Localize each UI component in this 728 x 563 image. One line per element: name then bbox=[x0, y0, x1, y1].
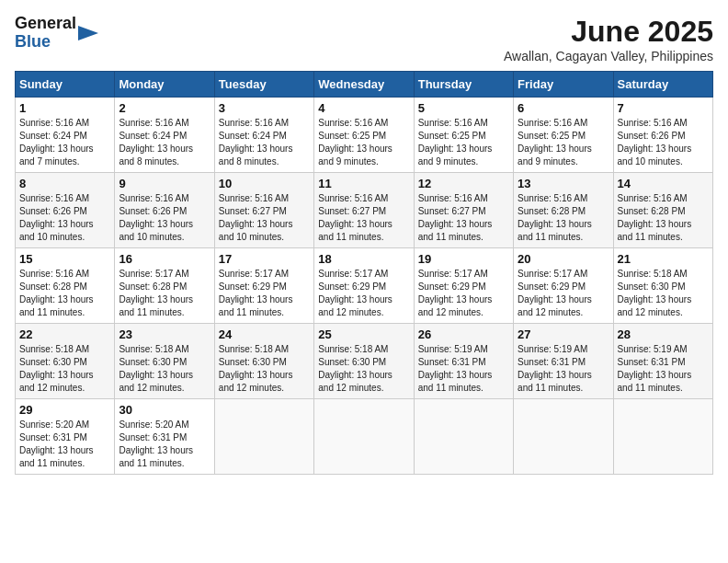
calendar-table: SundayMondayTuesdayWednesdayThursdayFrid… bbox=[15, 71, 713, 475]
calendar-cell: 17Sunrise: 5:17 AMSunset: 6:29 PMDayligh… bbox=[214, 248, 313, 324]
day-number: 16 bbox=[119, 252, 210, 266]
day-number: 21 bbox=[618, 252, 709, 266]
calendar-cell: 23Sunrise: 5:18 AMSunset: 6:30 PMDayligh… bbox=[115, 324, 214, 399]
day-info: Sunrise: 5:20 AMSunset: 6:31 PMDaylight:… bbox=[19, 419, 110, 470]
day-number: 9 bbox=[119, 177, 210, 190]
calendar-cell: 6Sunrise: 5:16 AMSunset: 6:25 PMDaylight… bbox=[514, 98, 613, 173]
day-info: Sunrise: 5:16 AMSunset: 6:28 PMDaylight:… bbox=[518, 192, 609, 244]
calendar-cell: 11Sunrise: 5:16 AMSunset: 6:27 PMDayligh… bbox=[314, 173, 414, 248]
day-number: 30 bbox=[119, 403, 210, 417]
day-number: 5 bbox=[418, 101, 509, 115]
weekday-header-wednesday: Wednesday bbox=[314, 72, 414, 98]
calendar-cell bbox=[514, 399, 613, 475]
calendar-cell: 21Sunrise: 5:18 AMSunset: 6:30 PMDayligh… bbox=[613, 248, 712, 324]
calendar-cell: 1Sunrise: 5:16 AMSunset: 6:24 PMDaylight… bbox=[16, 98, 115, 173]
calendar-cell: 4Sunrise: 5:16 AMSunset: 6:25 PMDaylight… bbox=[314, 98, 414, 173]
day-number: 1 bbox=[19, 101, 110, 115]
calendar-cell: 30Sunrise: 5:20 AMSunset: 6:31 PMDayligh… bbox=[115, 399, 214, 475]
month-title: June 2025 bbox=[504, 15, 713, 49]
day-info: Sunrise: 5:16 AMSunset: 6:26 PMDaylight:… bbox=[119, 192, 210, 244]
day-info: Sunrise: 5:17 AMSunset: 6:29 PMDaylight:… bbox=[318, 268, 409, 319]
day-info: Sunrise: 5:17 AMSunset: 6:29 PMDaylight:… bbox=[219, 268, 310, 319]
weekday-header-tuesday: Tuesday bbox=[214, 72, 313, 98]
day-info: Sunrise: 5:17 AMSunset: 6:29 PMDaylight:… bbox=[518, 268, 609, 319]
day-info: Sunrise: 5:16 AMSunset: 6:27 PMDaylight:… bbox=[219, 192, 310, 244]
day-number: 22 bbox=[19, 327, 110, 341]
location-title: Awallan, Cagayan Valley, Philippines bbox=[504, 49, 713, 63]
day-number: 10 bbox=[219, 177, 310, 190]
day-number: 29 bbox=[19, 403, 110, 417]
day-number: 4 bbox=[318, 101, 409, 115]
day-info: Sunrise: 5:16 AMSunset: 6:27 PMDaylight:… bbox=[418, 192, 509, 244]
calendar-cell: 7Sunrise: 5:16 AMSunset: 6:26 PMDaylight… bbox=[613, 98, 712, 173]
day-number: 28 bbox=[618, 327, 709, 341]
day-number: 23 bbox=[119, 327, 210, 341]
day-number: 15 bbox=[19, 252, 110, 266]
calendar-cell: 15Sunrise: 5:16 AMSunset: 6:28 PMDayligh… bbox=[16, 248, 115, 324]
calendar-cell: 8Sunrise: 5:16 AMSunset: 6:26 PMDaylight… bbox=[16, 173, 115, 248]
logo-blue: Blue bbox=[15, 33, 76, 52]
day-number: 25 bbox=[318, 327, 409, 341]
day-info: Sunrise: 5:16 AMSunset: 6:26 PMDaylight:… bbox=[618, 117, 709, 168]
logo-text: General Blue bbox=[15, 15, 98, 52]
calendar-cell: 22Sunrise: 5:18 AMSunset: 6:30 PMDayligh… bbox=[16, 324, 115, 399]
calendar-cell: 9Sunrise: 5:16 AMSunset: 6:26 PMDaylight… bbox=[115, 173, 214, 248]
calendar-cell: 27Sunrise: 5:19 AMSunset: 6:31 PMDayligh… bbox=[514, 324, 613, 399]
weekday-header-monday: Monday bbox=[115, 72, 214, 98]
weekday-header-friday: Friday bbox=[514, 72, 613, 98]
day-info: Sunrise: 5:18 AMSunset: 6:30 PMDaylight:… bbox=[618, 268, 709, 319]
calendar-cell: 20Sunrise: 5:17 AMSunset: 6:29 PMDayligh… bbox=[514, 248, 613, 324]
day-info: Sunrise: 5:16 AMSunset: 6:24 PMDaylight:… bbox=[19, 117, 110, 168]
calendar-cell: 16Sunrise: 5:17 AMSunset: 6:28 PMDayligh… bbox=[115, 248, 214, 324]
day-info: Sunrise: 5:17 AMSunset: 6:29 PMDaylight:… bbox=[418, 268, 509, 319]
logo-general: General bbox=[15, 15, 76, 33]
day-info: Sunrise: 5:19 AMSunset: 6:31 PMDaylight:… bbox=[618, 343, 709, 395]
calendar-cell: 25Sunrise: 5:18 AMSunset: 6:30 PMDayligh… bbox=[314, 324, 414, 399]
day-number: 18 bbox=[318, 252, 409, 266]
day-info: Sunrise: 5:20 AMSunset: 6:31 PMDaylight:… bbox=[119, 419, 210, 470]
weekday-header-thursday: Thursday bbox=[414, 72, 513, 98]
day-number: 27 bbox=[518, 327, 609, 341]
day-number: 8 bbox=[19, 177, 110, 190]
day-number: 3 bbox=[219, 101, 310, 115]
logo-arrow-icon bbox=[78, 17, 98, 50]
calendar-cell bbox=[314, 399, 414, 475]
day-info: Sunrise: 5:16 AMSunset: 6:24 PMDaylight:… bbox=[219, 117, 310, 168]
calendar-cell: 2Sunrise: 5:16 AMSunset: 6:24 PMDaylight… bbox=[115, 98, 214, 173]
weekday-header-sunday: Sunday bbox=[16, 72, 115, 98]
calendar-cell: 29Sunrise: 5:20 AMSunset: 6:31 PMDayligh… bbox=[16, 399, 115, 475]
page-header: General Blue June 2025 Awallan, Cagayan … bbox=[15, 15, 713, 63]
logo: General Blue bbox=[15, 15, 98, 52]
day-info: Sunrise: 5:16 AMSunset: 6:28 PMDaylight:… bbox=[618, 192, 709, 244]
day-info: Sunrise: 5:16 AMSunset: 6:25 PMDaylight:… bbox=[518, 117, 609, 168]
calendar-cell: 13Sunrise: 5:16 AMSunset: 6:28 PMDayligh… bbox=[514, 173, 613, 248]
day-number: 11 bbox=[318, 177, 409, 190]
calendar-cell bbox=[414, 399, 513, 475]
day-info: Sunrise: 5:16 AMSunset: 6:25 PMDaylight:… bbox=[318, 117, 409, 168]
day-number: 7 bbox=[618, 101, 709, 115]
day-info: Sunrise: 5:16 AMSunset: 6:28 PMDaylight:… bbox=[19, 268, 110, 319]
day-info: Sunrise: 5:18 AMSunset: 6:30 PMDaylight:… bbox=[19, 343, 110, 395]
calendar-cell bbox=[613, 399, 712, 475]
day-number: 24 bbox=[219, 327, 310, 341]
day-number: 26 bbox=[418, 327, 509, 341]
calendar-cell: 10Sunrise: 5:16 AMSunset: 6:27 PMDayligh… bbox=[214, 173, 313, 248]
day-info: Sunrise: 5:18 AMSunset: 6:30 PMDaylight:… bbox=[119, 343, 210, 395]
day-info: Sunrise: 5:18 AMSunset: 6:30 PMDaylight:… bbox=[318, 343, 409, 395]
day-info: Sunrise: 5:19 AMSunset: 6:31 PMDaylight:… bbox=[518, 343, 609, 395]
day-info: Sunrise: 5:16 AMSunset: 6:27 PMDaylight:… bbox=[318, 192, 409, 244]
day-number: 6 bbox=[518, 101, 609, 115]
day-info: Sunrise: 5:19 AMSunset: 6:31 PMDaylight:… bbox=[418, 343, 509, 395]
svg-marker-0 bbox=[78, 26, 98, 40]
day-info: Sunrise: 5:16 AMSunset: 6:26 PMDaylight:… bbox=[19, 192, 110, 244]
day-number: 20 bbox=[518, 252, 609, 266]
day-number: 17 bbox=[219, 252, 310, 266]
day-number: 19 bbox=[418, 252, 509, 266]
calendar-cell: 14Sunrise: 5:16 AMSunset: 6:28 PMDayligh… bbox=[613, 173, 712, 248]
calendar-cell: 28Sunrise: 5:19 AMSunset: 6:31 PMDayligh… bbox=[613, 324, 712, 399]
title-area: June 2025 Awallan, Cagayan Valley, Phili… bbox=[504, 15, 713, 63]
calendar-cell: 18Sunrise: 5:17 AMSunset: 6:29 PMDayligh… bbox=[314, 248, 414, 324]
day-number: 12 bbox=[418, 177, 509, 190]
calendar-cell: 19Sunrise: 5:17 AMSunset: 6:29 PMDayligh… bbox=[414, 248, 513, 324]
calendar-cell: 12Sunrise: 5:16 AMSunset: 6:27 PMDayligh… bbox=[414, 173, 513, 248]
